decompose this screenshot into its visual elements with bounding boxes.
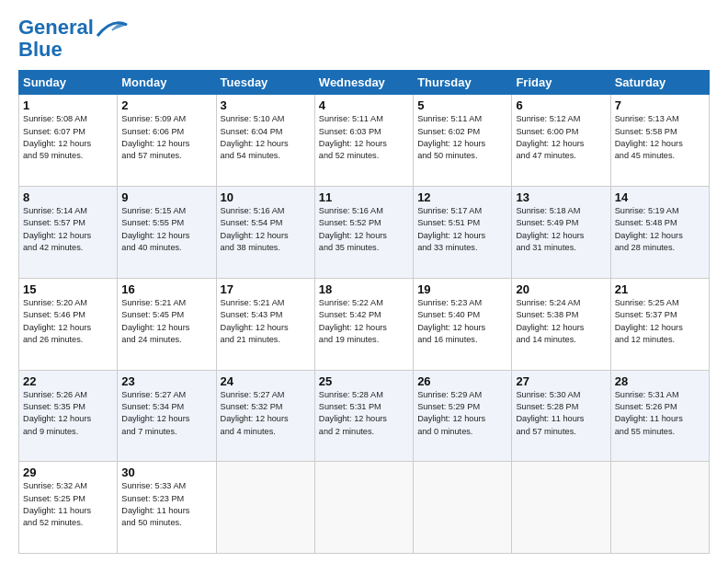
day-number: 8: [23, 190, 113, 204]
header: GeneralBlue: [18, 17, 710, 61]
table-row: 25Sunrise: 5:28 AM Sunset: 5:31 PM Dayli…: [314, 370, 413, 462]
table-row: 4Sunrise: 5:11 AM Sunset: 6:03 PM Daylig…: [314, 95, 413, 187]
col-thursday: Thursday: [414, 71, 512, 95]
table-row: 11Sunrise: 5:16 AM Sunset: 5:52 PM Dayli…: [314, 187, 413, 279]
calendar-week-row: 15Sunrise: 5:20 AM Sunset: 5:46 PM Dayli…: [19, 278, 710, 370]
table-row: 26Sunrise: 5:29 AM Sunset: 5:29 PM Dayli…: [414, 370, 512, 462]
day-info: Sunrise: 5:08 AM Sunset: 6:07 PM Dayligh…: [23, 113, 113, 162]
table-row: 10Sunrise: 5:16 AM Sunset: 5:54 PM Dayli…: [216, 187, 314, 279]
table-row: 24Sunrise: 5:27 AM Sunset: 5:32 PM Dayli…: [216, 370, 314, 462]
day-number: 17: [221, 282, 311, 296]
table-row: 30Sunrise: 5:33 AM Sunset: 5:23 PM Dayli…: [118, 462, 216, 554]
day-info: Sunrise: 5:14 AM Sunset: 5:57 PM Dayligh…: [23, 205, 113, 254]
table-row: 9Sunrise: 5:15 AM Sunset: 5:55 PM Daylig…: [118, 187, 216, 279]
day-number: 6: [516, 98, 606, 112]
table-row: [314, 462, 413, 554]
table-row: [610, 462, 709, 554]
day-info: Sunrise: 5:21 AM Sunset: 5:43 PM Dayligh…: [221, 297, 311, 346]
table-row: 1Sunrise: 5:08 AM Sunset: 6:07 PM Daylig…: [19, 95, 118, 187]
day-info: Sunrise: 5:19 AM Sunset: 5:48 PM Dayligh…: [615, 205, 705, 254]
table-row: 5Sunrise: 5:11 AM Sunset: 6:02 PM Daylig…: [414, 95, 512, 187]
day-number: 29: [23, 465, 113, 479]
day-number: 16: [121, 282, 211, 296]
table-row: 23Sunrise: 5:27 AM Sunset: 5:34 PM Dayli…: [118, 370, 216, 462]
day-info: Sunrise: 5:20 AM Sunset: 5:46 PM Dayligh…: [23, 297, 113, 346]
table-row: 20Sunrise: 5:24 AM Sunset: 5:38 PM Dayli…: [512, 278, 610, 370]
calendar-header-row: Sunday Monday Tuesday Wednesday Thursday…: [19, 71, 710, 95]
table-row: 13Sunrise: 5:18 AM Sunset: 5:49 PM Dayli…: [512, 187, 610, 279]
table-row: 12Sunrise: 5:17 AM Sunset: 5:51 PM Dayli…: [414, 187, 512, 279]
table-row: 19Sunrise: 5:23 AM Sunset: 5:40 PM Dayli…: [414, 278, 512, 370]
day-info: Sunrise: 5:27 AM Sunset: 5:32 PM Dayligh…: [221, 389, 311, 438]
table-row: 15Sunrise: 5:20 AM Sunset: 5:46 PM Dayli…: [19, 278, 118, 370]
day-info: Sunrise: 5:23 AM Sunset: 5:40 PM Dayligh…: [417, 297, 507, 346]
day-number: 27: [516, 374, 606, 388]
day-info: Sunrise: 5:28 AM Sunset: 5:31 PM Dayligh…: [319, 389, 409, 438]
day-number: 19: [417, 282, 507, 296]
day-info: Sunrise: 5:17 AM Sunset: 5:51 PM Dayligh…: [417, 205, 507, 254]
table-row: 2Sunrise: 5:09 AM Sunset: 6:06 PM Daylig…: [118, 95, 216, 187]
table-row: 8Sunrise: 5:14 AM Sunset: 5:57 PM Daylig…: [19, 187, 118, 279]
day-info: Sunrise: 5:33 AM Sunset: 5:23 PM Dayligh…: [121, 480, 211, 529]
day-info: Sunrise: 5:13 AM Sunset: 5:58 PM Dayligh…: [615, 113, 705, 162]
day-info: Sunrise: 5:09 AM Sunset: 6:06 PM Dayligh…: [121, 113, 211, 162]
day-number: 15: [23, 282, 113, 296]
col-wednesday: Wednesday: [314, 71, 413, 95]
col-tuesday: Tuesday: [216, 71, 314, 95]
table-row: 27Sunrise: 5:30 AM Sunset: 5:28 PM Dayli…: [512, 370, 610, 462]
day-number: 18: [319, 282, 409, 296]
col-monday: Monday: [118, 71, 216, 95]
day-number: 24: [221, 374, 311, 388]
day-number: 1: [23, 98, 113, 112]
day-number: 25: [319, 374, 409, 388]
table-row: 3Sunrise: 5:10 AM Sunset: 6:04 PM Daylig…: [216, 95, 314, 187]
day-number: 26: [417, 374, 507, 388]
table-row: [216, 462, 314, 554]
table-row: 7Sunrise: 5:13 AM Sunset: 5:58 PM Daylig…: [610, 95, 709, 187]
col-friday: Friday: [512, 71, 610, 95]
col-sunday: Sunday: [19, 71, 118, 95]
day-info: Sunrise: 5:26 AM Sunset: 5:35 PM Dayligh…: [23, 389, 113, 438]
day-number: 7: [615, 98, 705, 112]
day-number: 13: [516, 190, 606, 204]
table-row: 21Sunrise: 5:25 AM Sunset: 5:37 PM Dayli…: [610, 278, 709, 370]
table-row: [414, 462, 512, 554]
table-row: 28Sunrise: 5:31 AM Sunset: 5:26 PM Dayli…: [610, 370, 709, 462]
calendar-week-row: 29Sunrise: 5:32 AM Sunset: 5:25 PM Dayli…: [19, 462, 710, 554]
day-number: 9: [121, 190, 211, 204]
logo-text: GeneralBlue: [18, 17, 94, 61]
day-number: 23: [121, 374, 211, 388]
logo-general: General: [18, 16, 94, 39]
day-info: Sunrise: 5:24 AM Sunset: 5:38 PM Dayligh…: [516, 297, 606, 346]
table-row: 6Sunrise: 5:12 AM Sunset: 6:00 PM Daylig…: [512, 95, 610, 187]
day-info: Sunrise: 5:21 AM Sunset: 5:45 PM Dayligh…: [121, 297, 211, 346]
table-row: 22Sunrise: 5:26 AM Sunset: 5:35 PM Dayli…: [19, 370, 118, 462]
day-info: Sunrise: 5:30 AM Sunset: 5:28 PM Dayligh…: [516, 389, 606, 438]
day-info: Sunrise: 5:11 AM Sunset: 6:02 PM Dayligh…: [417, 113, 507, 162]
day-info: Sunrise: 5:16 AM Sunset: 5:52 PM Dayligh…: [319, 205, 409, 254]
day-number: 10: [221, 190, 311, 204]
table-row: 17Sunrise: 5:21 AM Sunset: 5:43 PM Dayli…: [216, 278, 314, 370]
day-number: 21: [615, 282, 705, 296]
day-info: Sunrise: 5:22 AM Sunset: 5:42 PM Dayligh…: [319, 297, 409, 346]
calendar-week-row: 8Sunrise: 5:14 AM Sunset: 5:57 PM Daylig…: [19, 187, 710, 279]
day-info: Sunrise: 5:27 AM Sunset: 5:34 PM Dayligh…: [121, 389, 211, 438]
col-saturday: Saturday: [610, 71, 709, 95]
day-info: Sunrise: 5:15 AM Sunset: 5:55 PM Dayligh…: [121, 205, 211, 254]
logo: GeneralBlue: [18, 17, 129, 61]
day-number: 20: [516, 282, 606, 296]
day-info: Sunrise: 5:11 AM Sunset: 6:03 PM Dayligh…: [319, 113, 409, 162]
day-number: 5: [417, 98, 507, 112]
day-info: Sunrise: 5:32 AM Sunset: 5:25 PM Dayligh…: [23, 480, 113, 529]
calendar-table: Sunday Monday Tuesday Wednesday Thursday…: [18, 70, 710, 554]
table-row: 16Sunrise: 5:21 AM Sunset: 5:45 PM Dayli…: [118, 278, 216, 370]
logo-blue: Blue: [18, 38, 63, 61]
page: GeneralBlue Sunday Monday Tuesday Wednes…: [0, 0, 728, 563]
calendar-week-row: 1Sunrise: 5:08 AM Sunset: 6:07 PM Daylig…: [19, 95, 710, 187]
day-info: Sunrise: 5:12 AM Sunset: 6:00 PM Dayligh…: [516, 113, 606, 162]
day-info: Sunrise: 5:10 AM Sunset: 6:04 PM Dayligh…: [221, 113, 311, 162]
day-number: 2: [121, 98, 211, 112]
day-info: Sunrise: 5:16 AM Sunset: 5:54 PM Dayligh…: [221, 205, 311, 254]
day-number: 14: [615, 190, 705, 204]
table-row: [512, 462, 610, 554]
